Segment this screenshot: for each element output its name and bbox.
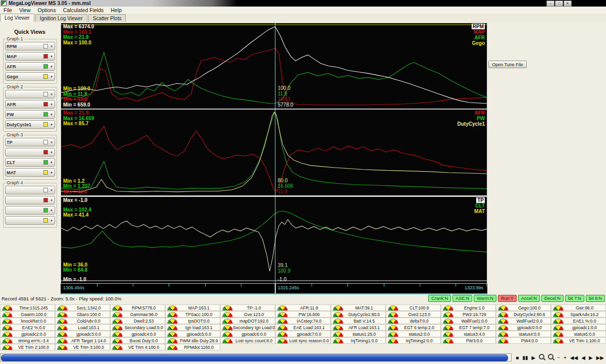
series-select-2-3[interactable]: PW▼ (5, 110, 55, 119)
gauge-label: IACstep:74.0 (288, 319, 330, 324)
gauge-cell-dutycycle2: DutyCycle2:80.6 (496, 311, 551, 318)
series-select-1-2[interactable]: MAP▼ (5, 52, 55, 61)
group-graph-3: Graph 3TP▼▼CLT▼MAT▼ (3, 135, 57, 180)
menu-view[interactable]: View (16, 7, 34, 13)
series-select-4-4[interactable]: ▼ (5, 216, 55, 225)
shrink-button[interactable]: − (557, 354, 560, 361)
gauge-cell-dutycycle1: DutyCycle1:80.0 (331, 311, 386, 318)
gauge-cell-mat: MAT:39.1 (331, 304, 386, 311)
zoom-in-button[interactable] (548, 354, 553, 361)
chevron-down-icon: ▼ (50, 45, 53, 48)
menu-file[interactable]: File (0, 7, 16, 13)
maximize-button[interactable]: □ (555, 1, 563, 7)
gauge-cell-secondary-load: Secondary Load:0.0 (110, 324, 165, 331)
play-button[interactable]: ▶ (531, 354, 535, 361)
gauge-label: Gego:100.0 (509, 305, 550, 310)
timeline-tick (384, 284, 384, 287)
min-labels: Min = 100.0Min = 11.8Min = 13.8Min = 659… (63, 86, 90, 108)
step-back-button[interactable]: ◀ (581, 354, 585, 361)
gauge-label: AFR Target 1:14.0 (68, 338, 110, 343)
gauge-icon (57, 319, 68, 324)
series-select-1-1[interactable]: RPM▼ (5, 42, 55, 50)
series-color-swatch (43, 102, 48, 107)
gauge-cell-egt-7-temp: EGT 7 temp:7.0 (441, 324, 496, 331)
tab-log-viewer[interactable]: Log Viewer (0, 14, 34, 22)
gauge-icon (112, 345, 123, 350)
gauge-label: Secondary Load:0.0 (123, 325, 165, 330)
tab-ignition-log-viewer[interactable]: Ignition Log Viewer (35, 14, 87, 22)
gauge-label: CLT:100.9 (398, 305, 440, 310)
step-forward-button[interactable]: ▶ (589, 354, 593, 361)
tab-scatter-plots[interactable]: Scatter Plots (88, 14, 126, 22)
skip-start-button[interactable]: ◀◀ (570, 354, 578, 361)
gauge-label: PW:16.606 (288, 312, 330, 317)
series-select-label: CLT (7, 160, 43, 165)
horizontal-scrollbar[interactable] (0, 353, 512, 361)
gauge-cell-status2: status2:0.0 (386, 331, 441, 337)
series-select-1-3[interactable]: AFR▼ (5, 62, 55, 71)
gauge-icon (112, 312, 123, 317)
series-select-2-4[interactable]: DutyCycle1▼ (5, 120, 55, 129)
gauge-icon (498, 338, 509, 343)
gauge-label: WallFuel1:0.0 (453, 319, 495, 324)
series-select-3-4[interactable]: MAT▼ (5, 168, 55, 177)
zoom-out-button[interactable] (539, 354, 544, 361)
gauge-icon (57, 345, 68, 350)
graph-panel-2[interactable]: Max = 21.9Max = 16.659Max = 85.7Min = 1.… (61, 109, 487, 196)
series-select-4-1[interactable]: ▼ (5, 186, 55, 194)
stop-button[interactable]: ■ (516, 354, 519, 361)
series-color-swatch (43, 170, 48, 175)
megalogviewer-window: MegaLogViewer MS 3.05 - mm.msl –□✕ FileV… (0, 0, 606, 364)
indicator-run: Run:Y (498, 295, 517, 302)
menu-help[interactable]: Help (107, 7, 125, 13)
cursor-value: 80.0 (278, 178, 293, 183)
graph-panel-1[interactable]: Max = 6374.0Max = 163.1Max = 21.9Max = 1… (61, 23, 487, 109)
series-select-3-2[interactable]: ▼ (5, 148, 55, 157)
gauge-icon (498, 319, 509, 324)
gauge-icon (333, 338, 343, 343)
graph-panel-3[interactable]: Max = -1.0Max = 102.4Max = 41.4Min = 36.… (61, 196, 487, 284)
graph-legend: AFRPWDutyCycle1 (458, 110, 485, 127)
gauge-cell-gve: Gve:123.0 (220, 311, 275, 318)
series-select-3-3[interactable]: CLT▼ (5, 158, 55, 167)
series-select-3-1[interactable]: TP▼ (5, 138, 55, 146)
gauge-label: gpioadc0:0.0 (509, 325, 550, 330)
gauge-label: MAT:39.1 (343, 305, 385, 310)
gauge-icon (112, 305, 123, 310)
graph-plot (61, 197, 487, 283)
series-select-4-3[interactable]: ▼ (5, 206, 55, 215)
series-select-label: DutyCycle1 (7, 122, 43, 127)
series-select-2-2[interactable]: AFR▼ (5, 100, 55, 109)
series-select-1-4[interactable]: Gego▼ (5, 72, 55, 81)
gauge-cell-engine: Engine:1.0 (441, 304, 496, 311)
menu-options[interactable]: Options (34, 7, 60, 13)
gauge-label: Gve:123.0 (233, 312, 275, 317)
series-select-4-2[interactable]: ▼ (5, 196, 55, 204)
grow-button[interactable]: + (564, 354, 567, 361)
skip-end-button[interactable]: ▶▶ (596, 354, 604, 361)
scrollbar-thumb[interactable] (1, 354, 508, 361)
group-label: Graph 3 (6, 132, 24, 137)
status-indicators: Crank:NASE:NWarm:NRun:YAccel:NDecel:Nbit… (427, 295, 605, 302)
playback-controls: ■▮▮▶−+◀◀◀▶▶▶ (516, 354, 604, 361)
minimize-button[interactable]: – (546, 1, 554, 7)
gauge-cell-wallfuel1: WallFuel1:0.0 (441, 318, 496, 324)
cursor-value: 163.1 (278, 96, 293, 102)
timeline-label: 1315.245s (278, 285, 299, 290)
group-graph-2: Graph 2▼AFR▼PW▼DutyCycle1▼ (3, 87, 57, 132)
gauge-cell-timing-err: timing err%:-3.4 (0, 337, 55, 344)
timeline-scrubber[interactable]: 1306.494s1315.245s1323.99s (61, 284, 487, 294)
gauge-label: InjTiming2:0.0 (398, 338, 440, 343)
max-labels-entry: Max = 21.9 (63, 35, 94, 40)
menu-calculated-fields[interactable]: Calculated Fields (60, 7, 108, 13)
series-color-swatch (43, 140, 48, 144)
timeline-cursor[interactable] (275, 284, 276, 293)
pause-button[interactable]: ▮▮ (522, 354, 528, 361)
gauge-cell-ign-load: Ign load:163.1 (165, 324, 220, 331)
open-tune-file-button[interactable]: Open Tune File (488, 61, 527, 68)
gauge-cell-lost-sync-reason: Lost sync reason:0.0 (275, 337, 330, 344)
gauge-label: VE Trim 3:100.0 (68, 345, 110, 350)
close-button[interactable]: ✕ (564, 1, 572, 7)
series-select-2-1[interactable]: ▼ (5, 90, 55, 98)
gauge-label: TP:-1.0 (233, 305, 275, 310)
